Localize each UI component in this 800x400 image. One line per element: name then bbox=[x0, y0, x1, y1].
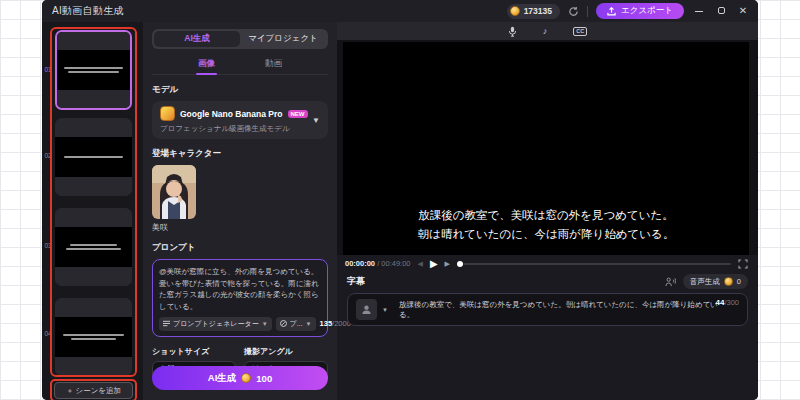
credits-value: 173135 bbox=[524, 6, 552, 16]
voice-generate-button[interactable]: 音声生成 0 bbox=[683, 274, 748, 289]
prompt-mini-label: プ... bbox=[290, 319, 303, 329]
app-window: AI動画自動生成 173135 エクスポート ✕ 01 bbox=[42, 0, 758, 400]
chevron-down-icon: ▼ bbox=[312, 116, 320, 125]
voice-generate-label: 音声生成 bbox=[690, 277, 720, 287]
scene-thumbnail-1[interactable] bbox=[55, 30, 132, 110]
voice-generate-cost: 0 bbox=[737, 277, 741, 286]
export-label: エクスポート bbox=[621, 5, 673, 17]
subtab-image[interactable]: 画像 bbox=[196, 55, 217, 74]
fullscreen-icon[interactable] bbox=[738, 259, 748, 269]
character-name: 美咲 bbox=[152, 222, 328, 233]
scene-thumbnail-3[interactable] bbox=[55, 208, 132, 286]
character-thumbnail[interactable] bbox=[152, 165, 196, 219]
coin-icon bbox=[724, 277, 733, 286]
caption-row[interactable]: ▼ 放課後の教室で、美咲は窓の外を見つめていた。朝は晴れていたのに、今は雨が降り… bbox=[347, 293, 748, 326]
prompt-editor[interactable]: @美咲が窓際に立ち、外の雨を見つめている。憂いを帯びた表情で鞄を探っている。雨に… bbox=[152, 259, 328, 337]
shot-size-label: ショットサイズ bbox=[152, 346, 236, 357]
camera-angle-label: 撮影アングル bbox=[244, 346, 328, 357]
chevron-down-icon: ▼ bbox=[306, 321, 312, 327]
ai-generate-button[interactable]: AI生成 100 bbox=[152, 366, 328, 390]
prompt-text[interactable]: @美咲が窓際に立ち、外の雨を見つめている。憂いを帯びた表情で鞄を探っている。雨に… bbox=[159, 266, 321, 313]
scene-number: 02 bbox=[42, 152, 54, 159]
next-frame-button[interactable]: ▶ bbox=[445, 260, 450, 267]
speaker-avatar[interactable] bbox=[356, 299, 377, 320]
model-icon bbox=[160, 106, 175, 121]
subtitle-line-2: 朝は晴れていたのに、今は雨が降り始めている。 bbox=[343, 225, 749, 243]
model-description: プロフェッショナル級画像生成モデル bbox=[160, 124, 320, 134]
prompt-mini-dropdown[interactable]: プ... ▼ bbox=[276, 317, 316, 331]
scene-thumbnail-4[interactable] bbox=[55, 298, 132, 376]
model-name: Google Nano Banana Pro bbox=[180, 109, 283, 119]
captions-icon[interactable]: CC bbox=[573, 27, 587, 36]
generate-cost: 100 bbox=[256, 373, 272, 384]
model-label: モデル bbox=[152, 84, 328, 96]
microphone-icon[interactable] bbox=[508, 26, 517, 37]
refresh-icon[interactable] bbox=[568, 6, 579, 17]
panel-tabbar: AI生成 マイプロジェクト bbox=[152, 29, 328, 49]
generation-panel: AI生成 マイプロジェクト 画像 動画 モデル Google Nano Bana… bbox=[143, 22, 337, 400]
captions-title: 字幕 bbox=[347, 275, 365, 288]
scene-number: 01 bbox=[42, 66, 54, 73]
model-selector[interactable]: Google Nano Banana Pro NEW プロフェッショナル級画像生… bbox=[152, 101, 328, 139]
add-scene-button[interactable]: ＋ シーンを追加 bbox=[54, 382, 133, 399]
captions-header: 字幕 音声生成 0 bbox=[337, 272, 758, 291]
prompt-label: プロンプト bbox=[152, 242, 328, 254]
export-button[interactable]: エクスポート bbox=[596, 3, 684, 19]
video-frame: 放課後の教室で、美咲は窓の外を見つめていた。 朝は晴れていたのに、今は雨が降り始… bbox=[337, 40, 758, 255]
new-badge: NEW bbox=[288, 110, 308, 118]
minimize-button[interactable] bbox=[692, 0, 706, 22]
media-subtabs: 画像 動画 bbox=[152, 55, 328, 75]
character-portrait-image bbox=[152, 165, 196, 219]
upload-icon bbox=[607, 7, 616, 16]
prompt-generator-label: プロンプトジェネレーター bbox=[173, 319, 259, 329]
preview-area: ♪ CC 放課後の教室で、美咲は窓の外を見つめていた。 朝は晴れていたのに、今は… bbox=[337, 22, 758, 400]
subtitle-line-1: 放課後の教室で、美咲は窓の外を見つめていた。 bbox=[343, 206, 749, 224]
voice-over-icon[interactable] bbox=[665, 277, 676, 287]
caption-text[interactable]: 放課後の教室で、美咲は窓の外を見つめていた。朝は晴れていたのに、今は雨が降り始め… bbox=[393, 300, 739, 320]
media-icon-strip: ♪ CC bbox=[337, 22, 758, 40]
seek-slider[interactable] bbox=[457, 261, 731, 267]
chevron-down-icon: ▼ bbox=[262, 321, 268, 327]
scene-number: 03 bbox=[42, 242, 54, 249]
app-title: AI動画自動生成 bbox=[52, 4, 124, 18]
music-icon[interactable]: ♪ bbox=[543, 26, 548, 36]
scene-sidebar: 01 02 03 04 bbox=[42, 22, 143, 400]
play-button[interactable]: ▶ bbox=[430, 259, 438, 269]
playback-controls: 00:00:00 / 00:49:00 ◀ ▶ ▶ bbox=[337, 255, 758, 272]
maximize-button[interactable] bbox=[714, 0, 728, 22]
chevron-down-icon[interactable]: ▼ bbox=[382, 307, 388, 313]
video-subtitles: 放課後の教室で、美咲は窓の外を見つめていた。 朝は晴れていたのに、今は雨が降り始… bbox=[343, 206, 749, 243]
character-label: 登場キャラクター bbox=[152, 148, 328, 160]
coin-icon bbox=[510, 6, 520, 16]
credits-balance[interactable]: 173135 bbox=[507, 4, 560, 19]
subtab-video[interactable]: 動画 bbox=[263, 55, 284, 74]
scene-number: 04 bbox=[42, 330, 54, 337]
time-display: 00:00:00 / 00:49:00 bbox=[345, 259, 411, 268]
coin-icon bbox=[241, 373, 251, 383]
generate-label: AI生成 bbox=[208, 372, 237, 385]
titlebar: AI動画自動生成 173135 エクスポート ✕ bbox=[42, 0, 758, 22]
scene-thumbnail-2[interactable] bbox=[55, 118, 132, 196]
tab-my-projects[interactable]: マイプロジェクト bbox=[240, 31, 326, 47]
prompt-generator-dropdown[interactable]: プロンプトジェネレーター ▼ bbox=[159, 317, 272, 331]
video-preview[interactable]: 放課後の教室で、美咲は窓の外を見つめていた。 朝は晴れていたのに、今は雨が降り始… bbox=[343, 42, 749, 255]
pen-icon bbox=[280, 320, 287, 327]
previous-frame-button[interactable]: ◀ bbox=[418, 260, 423, 267]
list-icon bbox=[163, 320, 170, 327]
titlebar-divider bbox=[587, 6, 588, 17]
close-button[interactable]: ✕ bbox=[736, 0, 750, 22]
prompt-char-counter: 135/2000 bbox=[320, 319, 351, 328]
caption-char-counter: 44/300 bbox=[715, 298, 739, 307]
tab-ai-generate[interactable]: AI生成 bbox=[154, 31, 240, 47]
seek-track bbox=[463, 263, 731, 265]
